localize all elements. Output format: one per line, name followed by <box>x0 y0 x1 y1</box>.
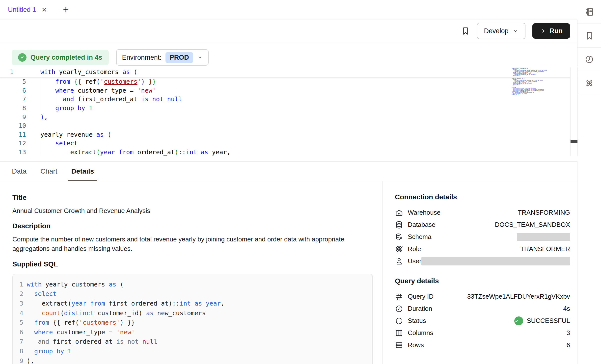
minimap[interactable]: with yearly_customers as ( select extrac… <box>512 68 573 97</box>
rail-history-button[interactable] <box>577 48 601 71</box>
develop-label: Develop <box>484 27 508 35</box>
detail-row-duration: Duration4s <box>395 303 570 315</box>
run-label: Run <box>550 27 563 35</box>
main-column: Untitled 1 ✕ + Develop Run Query compl <box>0 0 577 364</box>
status-row: Query completed in 4s Environment: PROD <box>12 49 577 66</box>
detail-row-columns: Columns3 <box>395 327 570 339</box>
run-button[interactable]: Run <box>532 23 570 39</box>
code-line: with yearly_customers as ( <box>0 68 137 76</box>
tab-label: Untitled 1 <box>8 6 36 14</box>
tab-untitled-1[interactable]: Untitled 1 ✕ <box>0 0 55 20</box>
status-value: SUCCESSFUL <box>514 316 570 325</box>
sql-line: 3 extract(year from first_ordered_at)::i… <box>15 299 372 308</box>
detail-value: 4s <box>563 305 570 312</box>
code-line: 5 from {{ ref('customers') }} <box>0 77 577 86</box>
check-circle-icon <box>18 53 27 62</box>
detail-value: 3 <box>567 329 570 337</box>
code-line: 13 extract(year from ordered_at)::int as… <box>0 148 577 157</box>
history-icon <box>585 55 594 64</box>
columns-icon <box>395 329 403 337</box>
sticky-scroll-line: 1 with yearly_customers as ( <box>0 66 577 78</box>
environment-value-chip: PROD <box>165 52 193 63</box>
code-line: 11yearly_revenue as ( <box>0 130 577 139</box>
sql-line: 7 and first_ordered_at is not null <box>15 337 372 347</box>
details-left: Title Annual Customer Growth and Revenue… <box>0 181 382 364</box>
chevron-down-icon <box>197 55 203 60</box>
connection-details-heading: Connection details <box>395 193 570 201</box>
sql-line: 8 group by 1 <box>15 346 372 356</box>
right-rail <box>577 0 601 364</box>
detail-label: User <box>408 257 421 265</box>
chevron-down-icon <box>513 28 519 34</box>
supplied-sql-heading: Supplied SQL <box>12 260 382 268</box>
redacted-value <box>421 257 570 265</box>
redacted-value <box>517 233 570 241</box>
warehouse-icon <box>395 208 403 217</box>
code-line: 8 group by 1 <box>0 104 577 113</box>
tab-details[interactable]: Details <box>71 162 94 181</box>
new-tab-button[interactable]: + <box>58 0 73 20</box>
paradime-logo-icon <box>585 78 594 88</box>
detail-value: TRANSFORMING <box>518 209 570 216</box>
detail-row-schema: Schema <box>395 231 570 243</box>
detail-label: Query ID <box>408 293 434 300</box>
supplied-sql-block: 1with yearly_customers as (2 select3 ext… <box>12 274 373 364</box>
tab-strip: Untitled 1 ✕ + <box>0 0 577 20</box>
sql-line: 9), <box>15 356 372 364</box>
sql-line: 5 from {{ ref('customers') }} <box>15 318 372 327</box>
tab-label: Data <box>12 167 27 175</box>
line-number: 1 <box>10 68 14 76</box>
code-line: 6 where customer_type = 'new' <box>0 86 577 95</box>
connection-rows: WarehouseTRANSFORMINGDatabaseDOCS_TEAM_S… <box>395 207 570 267</box>
detail-label: Rows <box>408 341 424 349</box>
schema-icon <box>395 233 403 241</box>
scrollbar-thumb[interactable] <box>571 140 577 143</box>
environment-selector[interactable]: Environment: PROD <box>116 49 209 66</box>
editor-scrollbar[interactable] <box>570 68 578 156</box>
code-line: 10 <box>0 121 577 130</box>
title-value: Annual Customer Growth and Revenue Analy… <box>12 207 382 215</box>
query-status-text: Query completed in 4s <box>30 54 102 61</box>
detail-label: Database <box>408 221 435 229</box>
sql-line: 6 where customer_type = 'new' <box>15 327 372 337</box>
code-line: 7 and first_ordered_at is not null <box>0 95 577 104</box>
query-status-pill: Query completed in 4s <box>12 50 109 65</box>
toolbar: Develop Run <box>0 20 577 42</box>
query-detail-rows: Query ID33TZseWpe1ALFDUYerxR1gVKxbvDurat… <box>395 290 570 351</box>
plus-icon: + <box>63 4 69 15</box>
detail-value: TRANSFORMER <box>520 245 570 253</box>
close-icon[interactable]: ✕ <box>42 7 47 13</box>
rail-notebook-button[interactable] <box>577 0 601 24</box>
description-heading: Description <box>12 222 382 230</box>
description-text: Compute the number of new customers and … <box>12 234 354 253</box>
detail-row-warehouse: WarehouseTRANSFORMING <box>395 207 570 219</box>
rail-bookmark-button[interactable] <box>577 24 601 48</box>
notebook-icon <box>585 7 594 17</box>
detail-row-query-id: Query ID33TZseWpe1ALFDUYerxR1gVKxbv <box>395 290 570 303</box>
detail-row-status: StatusSUCCESSFUL <box>395 315 570 327</box>
details-panel: Title Annual Customer Growth and Revenue… <box>0 181 577 364</box>
detail-row-rows: Rows6 <box>395 339 570 351</box>
user-icon <box>395 257 403 265</box>
detail-label: Schema <box>408 233 431 241</box>
tab-label: Details <box>71 167 94 175</box>
detail-value: DOCS_TEAM_SANDBOX <box>495 221 570 229</box>
tab-data[interactable]: Data <box>12 162 27 181</box>
tab-chart[interactable]: Chart <box>40 162 57 181</box>
editor-lines: 5 from {{ ref('customers') }}6 where cus… <box>0 77 577 161</box>
develop-button[interactable]: Develop <box>477 23 525 39</box>
rail-paradime-logo-button[interactable] <box>577 71 601 95</box>
environment-label: Environment: <box>122 54 162 61</box>
sql-editor[interactable]: 1 with yearly_customers as ( 5 from {{ r… <box>0 66 577 162</box>
bookmark-icon[interactable] <box>461 26 470 35</box>
detail-label: Warehouse <box>408 209 440 216</box>
sql-line: 1with yearly_customers as ( <box>15 280 372 289</box>
detail-label: Status <box>408 317 426 325</box>
detail-value: 6 <box>567 341 570 349</box>
detail-label: Duration <box>408 305 432 312</box>
role-icon <box>395 245 403 253</box>
status-icon <box>395 317 403 325</box>
detail-row-user: User <box>395 255 570 267</box>
sql-line: 2 select <box>15 289 372 299</box>
sql-line: 4 count(distinct customer_id) as new_cus… <box>15 308 372 318</box>
